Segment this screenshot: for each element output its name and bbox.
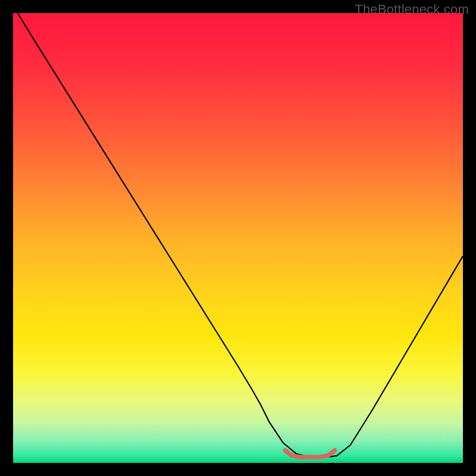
chart-svg [13,13,463,463]
plot-area [13,13,463,463]
chart-frame: TheBottleneck.com [0,0,476,476]
gradient-background [13,13,463,463]
